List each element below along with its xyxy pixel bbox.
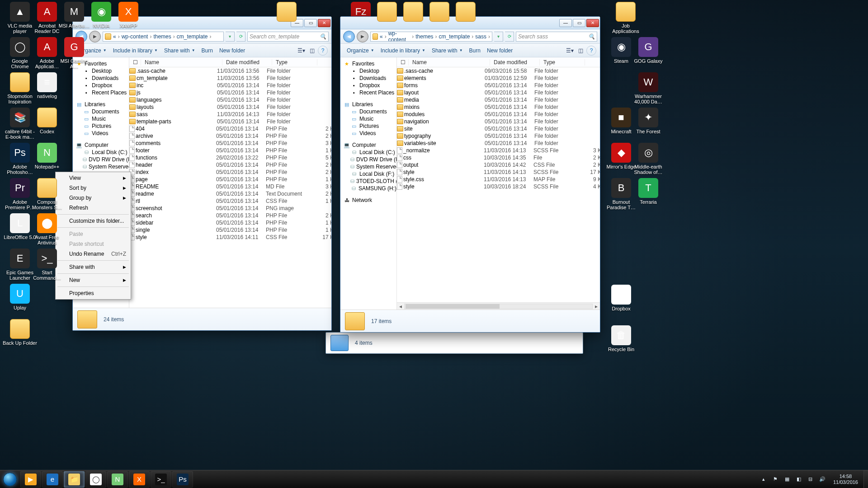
desktop-icon[interactable]: Compost Monsters S…: [30, 178, 64, 210]
tree-item[interactable]: ▪Downloads: [343, 75, 396, 82]
col-date[interactable]: Date modified: [222, 59, 272, 66]
context-menu-item[interactable]: Group by▶: [57, 193, 130, 203]
column-headers[interactable]: ☐ Name Date modified Type Size: [397, 57, 600, 67]
tray-icon[interactable]: ⚑: [772, 476, 779, 483]
breadcrumb-seg[interactable]: cm_template: [439, 33, 470, 40]
file-row[interactable]: inc05/01/2016 13:14File folder: [129, 82, 331, 89]
file-row[interactable]: 40405/01/2016 13:14PHP File2 KB: [129, 125, 331, 132]
taskbar[interactable]: ▶e📁◯NX>_Ps ▴ ⚑ ▦ ◧ ⊟ 🔊 14:58 11/03/2016: [0, 470, 868, 488]
tree-item[interactable]: ▪Dropbox: [343, 82, 396, 89]
file-row[interactable]: style10/03/2016 18:24SCSS File4 KB: [397, 183, 600, 190]
context-menu-item[interactable]: Undo RenameCtrl+Z: [57, 249, 130, 259]
address-bar[interactable]: «›wp-content›themes›cm_template›sass›: [370, 32, 492, 42]
col-check[interactable]: ☐: [397, 59, 409, 66]
tree-item[interactable]: ⛁System Reserved (: [75, 163, 129, 170]
tree-item[interactable]: ⛁Local Disk (C:): [343, 149, 396, 156]
file-row[interactable]: style.css11/03/2016 14:13MAP File9 KB: [397, 176, 600, 183]
file-row[interactable]: search05/01/2016 13:14PHP File2 KB: [129, 212, 331, 219]
tree-item[interactable]: ▪Recent Places: [343, 89, 396, 96]
forward-button[interactable]: ►: [357, 31, 368, 42]
new-folder-button[interactable]: New folder: [217, 46, 248, 55]
refresh-button[interactable]: ⟳: [505, 32, 514, 42]
file-row[interactable]: _normalize11/03/2016 14:13SCSS File3 KB: [397, 147, 600, 154]
tree-item[interactable]: ▭Videos: [75, 130, 129, 137]
address-bar[interactable]: «›wp-content›themes›cm_template›: [103, 32, 224, 42]
col-name[interactable]: Name: [409, 59, 490, 66]
tree-item[interactable]: ▭Pictures: [75, 122, 129, 130]
context-menu-item[interactable]: Customize this folder...: [57, 216, 130, 226]
file-row[interactable]: js05/01/2016 13:14File folder: [129, 89, 331, 96]
taskbar-pin[interactable]: 📁: [64, 471, 85, 488]
start-button[interactable]: [0, 470, 20, 488]
file-row[interactable]: layouts05/01/2016 13:14File folder: [129, 103, 331, 111]
taskbar-pin[interactable]: Ps: [172, 471, 193, 488]
context-menu-item[interactable]: View▶: [57, 173, 130, 183]
breadcrumb-seg[interactable]: themes: [153, 33, 171, 40]
tree-item[interactable]: ▭Videos: [343, 130, 396, 137]
context-menu-item[interactable]: New▶: [57, 275, 130, 285]
tree-item[interactable]: ⛁System Reserved (E:): [343, 163, 396, 170]
context-menu-item[interactable]: Sort by▶: [57, 183, 130, 193]
breadcrumb-seg[interactable]: sass: [475, 33, 486, 40]
desktop-icon[interactable]: TTerraria: [631, 178, 665, 205]
taskbar-pin[interactable]: >_: [151, 471, 171, 488]
file-row[interactable]: README05/01/2016 13:14MD File3 KB: [129, 183, 331, 190]
tree-libraries[interactable]: ▤Libraries: [343, 101, 396, 108]
back-button[interactable]: ◄: [343, 31, 355, 42]
desktop-folder[interactable]: [448, 2, 483, 23]
desktop-icon[interactable]: ≡nativelog: [30, 72, 64, 99]
file-row[interactable]: readme05/01/2016 13:14Text Document2 KB: [129, 190, 331, 197]
share-with-menu[interactable]: Share with▼: [161, 46, 198, 55]
close-button[interactable]: ✕: [318, 19, 330, 27]
taskbar-clock[interactable]: 14:58 11/03/2016: [830, 474, 861, 485]
file-row[interactable]: forms05/01/2016 13:14File folder: [397, 82, 600, 89]
breadcrumb-seg[interactable]: themes: [415, 33, 433, 40]
system-tray[interactable]: ▴ ⚑ ▦ ◧ ⊟ 🔊 14:58 11/03/2016: [757, 474, 863, 485]
file-row[interactable]: template-parts05/01/2016 13:14File folde…: [129, 118, 331, 125]
address-dropdown[interactable]: ▾: [226, 32, 235, 42]
desktop-icon[interactable]: GGOG Galaxy: [631, 37, 665, 64]
explorer-window-sass[interactable]: — ▭ ✕ ◄ ► «›wp-content›themes›cm_templat…: [340, 16, 600, 333]
col-type[interactable]: Type: [540, 59, 585, 66]
file-row[interactable]: .sass-cache11/03/2016 13:56File folder: [129, 67, 331, 75]
file-row[interactable]: style11/03/2016 14:11CSS File17 KB: [129, 234, 331, 241]
col-size[interactable]: Size: [317, 59, 331, 66]
tree-item[interactable]: ▪Downloads: [75, 75, 129, 82]
tree-item[interactable]: ▭Pictures: [343, 122, 396, 130]
desktop-icon[interactable]: Job Applications: [609, 2, 643, 34]
desktop-icon[interactable]: ⬤Avast Free Antivirus: [30, 213, 64, 245]
tree-favorites[interactable]: ★Favorites: [343, 60, 396, 67]
preview-pane-button[interactable]: ◫: [307, 46, 317, 56]
tree-item[interactable]: ▭Music: [343, 115, 396, 122]
search-input[interactable]: Search sass🔍: [516, 32, 597, 42]
file-row[interactable]: sass11/03/2016 14:13File folder: [129, 111, 331, 118]
file-row[interactable]: header05/01/2016 13:14PHP File2 KB: [129, 161, 331, 169]
col-check[interactable]: ☐: [129, 59, 141, 66]
preview-pane-button[interactable]: ◫: [576, 46, 585, 56]
view-options-button[interactable]: ☰▾: [565, 46, 575, 56]
context-menu-item[interactable]: Properties: [57, 288, 130, 298]
burn-button[interactable]: Burn: [467, 46, 483, 55]
file-row[interactable]: variables-site05/01/2016 13:14File folde…: [397, 140, 600, 147]
tree-item[interactable]: ⛁DVD RW Drive (D:: [75, 156, 129, 163]
maximize-button[interactable]: ▭: [573, 19, 585, 27]
file-row[interactable]: output10/03/2016 14:42CSS File2 KB: [397, 161, 600, 169]
file-row[interactable]: comments05/01/2016 13:14PHP File3 KB: [129, 140, 331, 147]
file-row[interactable]: screenshot05/01/2016 13:14PNG image: [129, 205, 331, 212]
taskbar-pin[interactable]: ◯: [85, 471, 106, 488]
taskbar-pin[interactable]: ▶: [20, 471, 41, 488]
minimize-button[interactable]: —: [559, 19, 572, 27]
desktop-icon[interactable]: XXAMPP: [111, 2, 146, 28]
search-input[interactable]: Search cm_template🔍: [247, 32, 329, 42]
show-desktop-button[interactable]: [863, 470, 868, 488]
file-row[interactable]: elements01/03/2016 12:59File folder: [397, 75, 600, 82]
tree-computer[interactable]: 💻Computer: [75, 141, 129, 149]
col-date[interactable]: Date modified: [490, 59, 540, 66]
tree-libraries[interactable]: ▤Libraries: [75, 101, 129, 108]
desktop-icon[interactable]: UUplay: [3, 284, 37, 310]
file-row[interactable]: typography05/01/2016 13:14File folder: [397, 132, 600, 140]
file-row[interactable]: media05/01/2016 13:14File folder: [397, 96, 600, 103]
tray-network-icon[interactable]: ⊟: [807, 476, 814, 483]
tree-item[interactable]: ⛁DVD RW Drive (D:) A: [343, 156, 396, 163]
desktop-icon[interactable]: ◎Middle-earth Shadow of…: [631, 143, 665, 175]
